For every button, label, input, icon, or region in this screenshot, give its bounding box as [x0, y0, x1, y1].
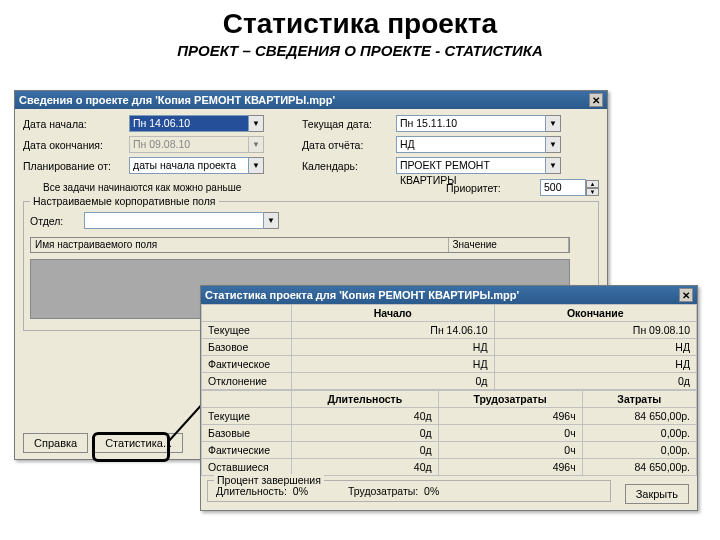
close-button[interactable]: Закрыть — [625, 484, 689, 504]
label-priority: Приоритет: — [446, 182, 536, 194]
stat-table-dates: НачалоОкончание ТекущееПн 14.06.10Пн 09.… — [201, 304, 697, 390]
priority-input[interactable]: 500 — [540, 179, 586, 196]
col-dur: Длительность — [292, 391, 439, 408]
plan-from-select[interactable]: даты начала проекта — [129, 157, 249, 174]
info-titlebar: Сведения о проекте для 'Копия РЕМОНТ КВА… — [15, 91, 607, 109]
dropdown-icon[interactable]: ▼ — [546, 157, 561, 174]
label-plan-from: Планирование от: — [23, 160, 125, 172]
statistics-window: Статистика проекта для 'Копия РЕМОНТ КВА… — [200, 285, 698, 511]
grid-col-name: Имя настраиваемого поля — [31, 238, 449, 252]
close-icon[interactable]: ✕ — [589, 93, 603, 107]
report-date-input[interactable]: НД — [396, 136, 546, 153]
dropdown-icon[interactable]: ▼ — [249, 157, 264, 174]
col-end: Окончание — [494, 305, 697, 322]
plan-note: Все задачи начинаются как можно раньше — [43, 182, 442, 193]
slide-subtitle: ПРОЕКТ – СВЕДЕНИЯ О ПРОЕКТЕ - СТАТИСТИКА — [0, 42, 720, 67]
label-calendar: Календарь: — [302, 160, 392, 172]
col-work: Трудозатраты — [438, 391, 582, 408]
help-button[interactable]: Справка — [23, 433, 88, 453]
dropdown-icon: ▼ — [249, 136, 264, 153]
end-date-input: Пн 09.08.10 — [129, 136, 249, 153]
dept-select[interactable] — [84, 212, 264, 229]
percent-title: Процент завершения — [214, 474, 324, 486]
label-end-date: Дата окончания: — [23, 139, 125, 151]
dropdown-icon[interactable]: ▼ — [546, 136, 561, 153]
statistics-highlight — [92, 432, 170, 462]
spin-up-icon[interactable]: ▲ — [586, 180, 599, 188]
grid-col-value: Значение — [449, 238, 569, 252]
table-row-label: Текущее — [202, 322, 292, 339]
start-date-input[interactable]: Пн 14.06.10 — [129, 115, 249, 132]
col-cost: Затраты — [582, 391, 696, 408]
calendar-select[interactable]: ПРОЕКТ РЕМОНТ КВАРТИРЫ — [396, 157, 546, 174]
spin-down-icon[interactable]: ▼ — [586, 188, 599, 196]
dropdown-icon[interactable]: ▼ — [249, 115, 264, 132]
pct-dur-label: Длительность: — [216, 485, 287, 497]
current-date-input[interactable]: Пн 15.11.10 — [396, 115, 546, 132]
info-title: Сведения о проекте для 'Копия РЕМОНТ КВА… — [19, 91, 335, 109]
stat-title: Статистика проекта для 'Копия РЕМОНТ КВА… — [205, 286, 519, 304]
slide-title: Статистика проекта — [0, 0, 720, 42]
col-start: Начало — [292, 305, 495, 322]
label-dept: Отдел: — [30, 215, 80, 227]
label-report-date: Дата отчёта: — [302, 139, 392, 151]
close-icon[interactable]: ✕ — [679, 288, 693, 302]
stat-titlebar: Статистика проекта для 'Копия РЕМОНТ КВА… — [201, 286, 697, 304]
pct-work-label: Трудозатраты: — [348, 485, 418, 497]
pct-dur-value: 0% — [293, 485, 308, 497]
percent-complete-group: Процент завершения Длительность: 0% Труд… — [207, 480, 611, 502]
label-start-date: Дата начала: — [23, 118, 125, 130]
custom-fields-title: Настраиваемые корпоративные поля — [30, 195, 219, 207]
stat-table-values: ДлительностьТрудозатратыЗатраты Текущие4… — [201, 390, 697, 476]
pct-work-value: 0% — [424, 485, 439, 497]
dropdown-icon[interactable]: ▼ — [546, 115, 561, 132]
dropdown-icon[interactable]: ▼ — [264, 212, 279, 229]
label-current-date: Текущая дата: — [302, 118, 392, 130]
